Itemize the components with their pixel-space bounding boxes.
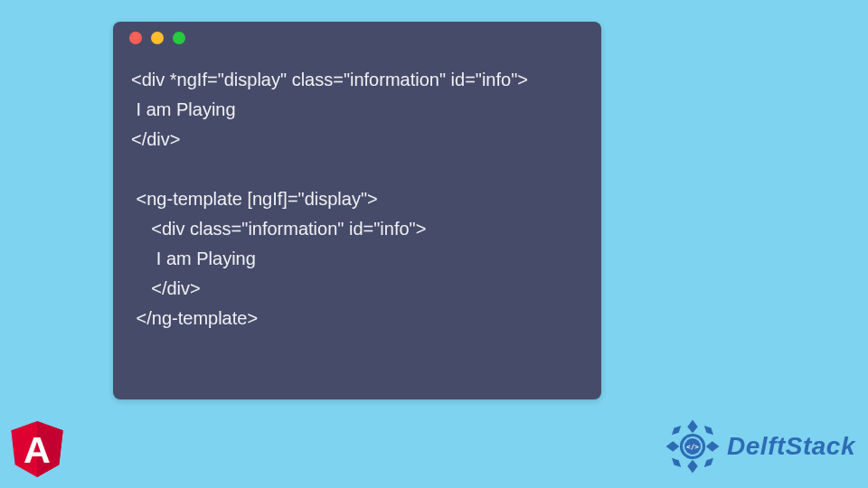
code-content: <div *ngIf="display" class="information"… xyxy=(113,54,601,352)
delftstack-text: DelftStack xyxy=(727,432,855,461)
code-window: <div *ngIf="display" class="information"… xyxy=(113,22,601,399)
delftstack-logo: </> DelftStack xyxy=(664,418,855,475)
delftstack-code-glyph: </> xyxy=(686,443,699,451)
delftstack-badge-icon: </> xyxy=(664,418,722,475)
close-icon[interactable] xyxy=(129,32,142,44)
minimize-icon[interactable] xyxy=(151,32,164,44)
angular-letter: A xyxy=(24,429,51,471)
maximize-icon[interactable] xyxy=(173,32,185,44)
window-titlebar xyxy=(113,22,601,54)
angular-logo-icon: A xyxy=(11,421,63,477)
